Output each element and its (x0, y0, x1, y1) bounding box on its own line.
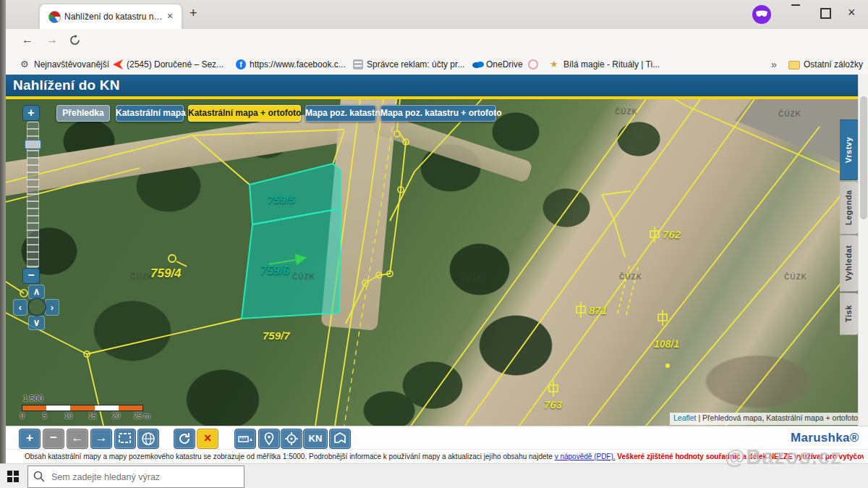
layer-button-mapa-poz-katastru-ortofoto[interactable]: Mapa poz. katastru + ortofoto (380, 105, 496, 122)
bookmark-label: https://www.facebook.c... (250, 59, 346, 70)
cadastral-overlay (6, 99, 858, 426)
window-minimize-button[interactable] (791, 4, 800, 6)
toolbar-center-button[interactable] (281, 429, 302, 449)
tab-close-icon[interactable]: × (167, 10, 173, 22)
toolbar-kn-button[interactable]: KN (303, 429, 328, 449)
bookmark-label: Nejnavštěvovanější (34, 59, 109, 70)
bookmark-label: (2545) Doručené – Sez... (127, 59, 224, 70)
toolbar-zoom-in-button[interactable]: + (19, 429, 41, 449)
attribution-layers: Přehledová mapa, Katastrální mapa + orto… (702, 413, 858, 422)
pan-left-button[interactable]: ‹ (13, 299, 27, 316)
toolbar-callout-button[interactable] (329, 429, 351, 449)
bookmark-facebook[interactable]: fhttps://www.facebook.c... (236, 58, 346, 71)
bookmark-most-visited[interactable]: ⚙Nejnavštěvovanější (20, 58, 109, 71)
scrollbar-thumb[interactable] (860, 96, 867, 219)
scale-tick: 5 (43, 412, 47, 420)
bookmark-inbox[interactable]: (2545) Doručené – Sez... (113, 58, 224, 71)
toolbar-refresh-button[interactable] (174, 429, 195, 449)
layer-button-katastralni-mapa-ortofoto[interactable]: Katastrální mapa + ortofoto (188, 105, 301, 122)
bookmarks-bar: ⚙Nejnavštěvovanější (2545) Doručené – Se… (6, 54, 868, 75)
bookmark-unnamed[interactable] (528, 58, 538, 71)
bookmark-onedrive[interactable]: OneDrive (472, 58, 523, 71)
browser-navbar: ← → https://sgi-nahlizenidokn.cuzk.cz/ma… (6, 29, 868, 54)
new-tab-button[interactable]: + (190, 6, 197, 21)
forward-button[interactable]: → (46, 33, 58, 46)
toolbar-globe-button[interactable] (137, 429, 159, 449)
pan-center-button[interactable] (27, 298, 46, 316)
toolbar-zoom-out-button[interactable]: − (43, 429, 64, 449)
tab-title: Nahlížení do katastru nemo (64, 12, 166, 22)
zoom-slider-handle[interactable] (25, 140, 41, 149)
parcel-label-759-7: 759/7 (263, 329, 290, 342)
side-tab-vrstvy[interactable]: Vrstvy (840, 119, 858, 180)
facebook-icon: f (236, 59, 246, 70)
pan-down-button[interactable]: ∨ (28, 316, 45, 330)
status-warning: Veškeré zjištěné hodnoty souřadnic a dél… (617, 453, 864, 460)
private-browsing-icon (752, 5, 771, 24)
side-tab-legenda[interactable]: Legenda (840, 181, 858, 235)
bookmark-label: OneDrive (486, 59, 523, 70)
status-info: Obsah katastrální mapy a mapy pozemkovéh… (25, 453, 553, 460)
window-close-button[interactable]: × (848, 6, 856, 19)
highlighted-parcels[interactable] (242, 164, 341, 319)
seznam-mail-icon (113, 59, 123, 70)
other-bookmarks-folder[interactable]: Ostatní záložky (788, 58, 863, 71)
map-zoom-in-button[interactable]: + (22, 105, 40, 121)
start-button[interactable] (7, 471, 19, 482)
other-bookmarks-label: Ostatní záložky (804, 59, 863, 70)
toolbar-measure-button[interactable] (234, 429, 256, 449)
scale-bar (22, 405, 143, 411)
onedrive-cloud-icon (472, 59, 482, 70)
scale-tick: 10 (64, 412, 72, 420)
toolbar-forward-button[interactable]: → (90, 429, 112, 449)
parcel-label-871: 871 (589, 304, 607, 316)
pan-up-button[interactable]: ∧ (28, 285, 45, 299)
side-tab-vyhledat[interactable]: Vyhledat (840, 235, 858, 292)
reload-button[interactable] (69, 35, 80, 49)
bookmark-ads-manager[interactable]: Správce reklam: účty pr... (353, 58, 464, 71)
cuzk-watermark: ČÚZK (778, 110, 801, 118)
parcel-label-759-6: 759/6 (260, 264, 289, 277)
folder-icon (788, 61, 800, 70)
bookmark-label: Bílá magie - Rituály | Ti... (563, 59, 660, 70)
layer-button-prehledka[interactable]: Přehledka (56, 105, 110, 122)
scale-tick: 15 (88, 412, 96, 420)
scale-control: 1:500 0 5 10 15 20 25 m (20, 392, 150, 423)
window-maximize-button[interactable] (820, 8, 831, 19)
bookmark-white-magic[interactable]: ★Bílá magie - Rituály | Ti... (550, 58, 660, 71)
toolbar-marker-button[interactable] (258, 429, 280, 449)
parcel-label-759-4: 759/4 (150, 266, 182, 281)
map-zoom-out-button[interactable]: − (22, 268, 40, 284)
scale-ratio: 1:500 (23, 394, 43, 403)
parcel-label-759-5: 759/5 (268, 193, 295, 206)
parcel-759-6-shape[interactable] (242, 209, 341, 319)
side-tab-tisk[interactable]: Tisk (840, 293, 858, 335)
toolbar-zoom-rectangle-button[interactable] (114, 429, 136, 449)
windows-taskbar: S ⚙ hp A -1°C ∧ 19:24 6. 3. 2022 (0, 463, 868, 488)
bookmarks-overflow-chevron[interactable]: » (771, 58, 777, 71)
page-title: Nahlížení do KN (6, 75, 868, 93)
bookmark-label: Správce reklam: účty pr... (367, 59, 464, 70)
map-viewport[interactable]: 759/5 759/6 759/4 759/7 762 871 108/1 76… (6, 99, 858, 426)
search-input[interactable] (50, 467, 237, 487)
layer-button-katastralni-mapa[interactable]: Katastrální mapa (116, 105, 184, 122)
leaflet-link[interactable]: Leaflet (673, 413, 697, 422)
parcel-label-763: 763 (544, 398, 562, 411)
screen: Nahlížení do katastru nemo × + × ← → htt… (0, 0, 868, 488)
browser-tab[interactable]: Nahlížení do katastru nemo × (39, 4, 182, 30)
pan-right-button[interactable]: › (45, 299, 59, 316)
scale-tick: 0 (20, 412, 25, 420)
toolbar-back-button[interactable]: ← (67, 429, 88, 449)
help-pdf-link[interactable]: v nápovědě (PDF). (555, 453, 616, 460)
site-favicon-icon (48, 11, 61, 23)
marushka-logo: Marushka® (791, 431, 859, 445)
back-button[interactable]: ← (22, 33, 33, 46)
parcel-boundary-lines (6, 99, 858, 426)
status-bar: Obsah katastrální mapy a mapy pozemkovéh… (6, 449, 868, 464)
parcel-label-762: 762 (663, 228, 681, 240)
layer-button-mapa-poz-katastru[interactable]: Mapa poz. katastru (305, 105, 376, 122)
map-toolbar: + − ← → × KN Marushka® (6, 426, 868, 450)
taskbar-search[interactable] (27, 466, 244, 488)
toolbar-cancel-button[interactable]: × (197, 429, 218, 449)
page-scrollbar[interactable] (858, 75, 868, 463)
